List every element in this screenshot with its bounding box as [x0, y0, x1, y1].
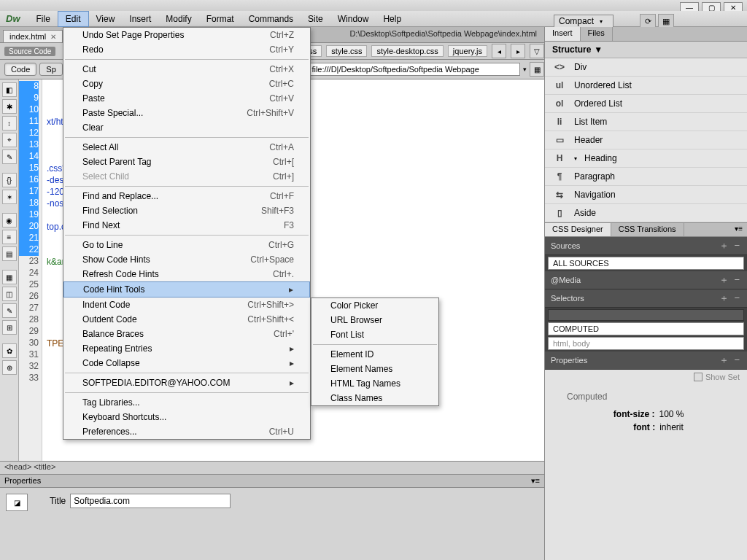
properties-thumbnail[interactable]: ◪ [6, 494, 28, 511]
menu-format[interactable]: Format [199, 12, 241, 26]
tool-icon[interactable]: ◧ [2, 82, 17, 97]
menu-site[interactable]: Site [301, 12, 330, 26]
tab-insert[interactable]: Insert [545, 27, 581, 41]
submenu-item[interactable]: HTML Tag Names [311, 376, 438, 391]
selector-item[interactable]: html, body [548, 337, 744, 350]
tag-selector[interactable]: <head> <title> [0, 461, 544, 474]
title-input[interactable] [70, 494, 231, 508]
submenu-item[interactable]: Element Names [311, 362, 438, 376]
insert-item[interactable]: <>Div [545, 58, 747, 77]
tool-icon[interactable]: ≡ [2, 230, 17, 244]
tool-icon[interactable]: ↕ [2, 116, 17, 131]
menu-window[interactable]: Window [330, 12, 376, 26]
insert-category[interactable]: Structure▼ [545, 42, 747, 58]
tool-icon[interactable]: ◫ [2, 287, 17, 301]
menu-modify[interactable]: Modify [158, 12, 198, 26]
selector-item[interactable]: COMPUTED [548, 322, 744, 335]
line-number[interactable]: 29 [19, 326, 39, 338]
grid-icon[interactable]: ▦ [530, 62, 544, 77]
menu-item[interactable]: Repeating Entries▸ [63, 341, 310, 356]
menu-insert[interactable]: Insert [122, 12, 158, 26]
add-remove-icon[interactable]: ＋ − [719, 354, 741, 367]
menu-view[interactable]: View [89, 12, 123, 26]
related-file[interactable]: jquery.js [448, 45, 487, 57]
related-file[interactable]: style.css [326, 45, 367, 57]
menu-item[interactable]: Keyboard Shortcuts... [63, 410, 310, 424]
submenu-item[interactable]: Color Picker [311, 298, 438, 313]
line-number[interactable]: 18 [19, 198, 39, 209]
show-set-checkbox[interactable] [694, 373, 703, 381]
line-number[interactable]: 32 [19, 361, 39, 373]
tool-icon[interactable]: ▤ [2, 246, 17, 261]
menu-item[interactable]: SOFTPEDIA.EDITOR@YAHOO.COM▸ [63, 376, 310, 390]
tab-files[interactable]: Files [581, 27, 613, 41]
menu-item[interactable]: Code Hint Tools▸ [63, 281, 310, 298]
tool-icon[interactable]: ✱ [2, 99, 17, 114]
menu-item[interactable]: RedoCtrl+Y [63, 42, 310, 57]
sources-list-item[interactable]: ALL SOURCES [548, 257, 744, 270]
tab-css-designer[interactable]: CSS Designer [545, 223, 611, 236]
line-number[interactable]: 8 [19, 81, 39, 93]
selector-search[interactable] [548, 309, 744, 321]
menu-help[interactable]: Help [376, 12, 409, 26]
panel-menu-icon[interactable]: ▾≡ [730, 223, 747, 236]
workspace-switcher[interactable]: Compact [554, 15, 614, 28]
menu-item[interactable]: PasteCtrl+V [63, 91, 310, 106]
tab-css-transitions[interactable]: CSS Transitions [611, 223, 684, 236]
line-number[interactable]: 14 [19, 151, 39, 163]
line-number[interactable]: 13 [19, 139, 39, 151]
line-number[interactable]: 25 [19, 279, 39, 291]
menu-item[interactable]: Tag Libraries... [63, 395, 310, 410]
line-number[interactable]: 11 [19, 116, 39, 128]
menu-item[interactable]: Preferences...Ctrl+U [63, 424, 310, 439]
line-number[interactable]: 26 [19, 291, 39, 303]
submenu-item[interactable]: Element ID [311, 347, 438, 362]
menu-item[interactable]: Show Code HintsCtrl+Space [63, 252, 310, 267]
line-number[interactable]: 33 [19, 373, 39, 384]
split-view-button[interactable]: Sp [39, 63, 62, 76]
line-number[interactable]: 23 [19, 256, 39, 268]
submenu-item[interactable]: Class Names [311, 391, 438, 405]
line-number[interactable]: 10 [19, 104, 39, 116]
tool-icon[interactable]: ✶ [2, 190, 17, 204]
line-number[interactable]: 15 [19, 163, 39, 174]
line-number[interactable]: 12 [19, 128, 39, 139]
related-file[interactable]: style-desktop.css [371, 45, 443, 57]
menu-item[interactable]: Undo Set Page PropertiesCtrl+Z [63, 28, 310, 42]
line-number[interactable]: 31 [19, 349, 39, 361]
menu-item[interactable]: Select Parent TagCtrl+[ [63, 155, 310, 169]
add-remove-icon[interactable]: ＋ − [719, 273, 741, 287]
line-number[interactable]: 16 [19, 174, 39, 186]
menu-edit[interactable]: Edit [58, 11, 89, 27]
sync-icon[interactable]: ⟳ [640, 14, 656, 28]
document-tab[interactable]: index.html ✕ [3, 30, 63, 42]
add-remove-icon[interactable]: ＋ − [719, 292, 741, 305]
line-number[interactable]: 19 [19, 209, 39, 221]
code-view-button[interactable]: Code [4, 63, 36, 76]
menu-item[interactable]: Balance BracesCtrl+' [63, 327, 310, 341]
line-number[interactable]: 21 [19, 233, 39, 244]
menu-item[interactable]: CopyCtrl+C [63, 77, 310, 91]
menu-item[interactable]: Outdent CodeCtrl+Shift+< [63, 312, 310, 327]
add-remove-icon[interactable]: ＋ − [719, 239, 741, 252]
menu-item[interactable]: Find and Replace...Ctrl+F [63, 189, 310, 203]
insert-item[interactable]: H▾Heading [545, 149, 747, 168]
next-icon[interactable]: ▸ [511, 44, 525, 58]
menu-item[interactable]: Indent CodeCtrl+Shift+> [63, 298, 310, 312]
menu-item[interactable]: CutCtrl+X [63, 62, 310, 77]
menu-item[interactable]: Go to LineCtrl+G [63, 238, 310, 252]
submenu-item[interactable]: Font List [311, 327, 438, 342]
tool-icon[interactable]: ⌖ [2, 133, 17, 147]
menu-item[interactable]: Refresh Code HintsCtrl+. [63, 267, 310, 281]
line-number[interactable]: 22 [19, 244, 39, 256]
tool-icon[interactable]: ◉ [2, 213, 17, 228]
tool-icon[interactable]: ✿ [2, 343, 17, 358]
grid-icon[interactable]: ▦ [658, 14, 674, 28]
menu-item[interactable]: Clear [63, 120, 310, 135]
menu-item[interactable]: Find SelectionShift+F3 [63, 203, 310, 218]
line-number[interactable]: 17 [19, 186, 39, 198]
address-input[interactable] [308, 63, 520, 76]
menu-item[interactable]: Code Collapse▸ [63, 356, 310, 370]
menu-item[interactable]: Select AllCtrl+A [63, 140, 310, 155]
menu-file[interactable]: File [29, 12, 58, 26]
